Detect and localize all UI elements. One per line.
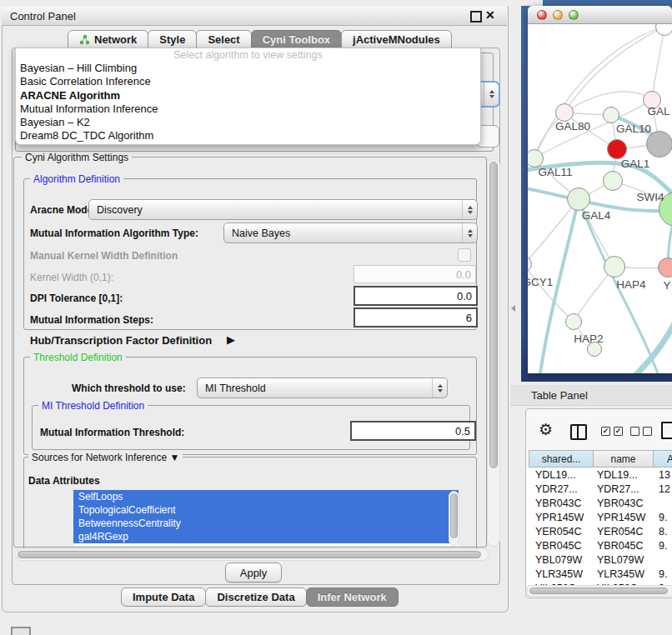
settings-vertical-scrollbar[interactable]	[487, 158, 500, 547]
combo-stepper-icon	[462, 200, 477, 219]
attribute-list-item[interactable]: TopologicalCoefficient	[73, 503, 459, 517]
algorithm-option[interactable]: Dream8 DC_TDC Algorithm	[16, 129, 480, 142]
apply-button[interactable]: Apply	[225, 562, 282, 582]
attributes-scrollbar[interactable]	[449, 491, 459, 546]
column-header-partial[interactable]: A	[653, 450, 672, 468]
table-row[interactable]: YPR145WYPR145W9.	[526, 511, 672, 525]
close-icon[interactable]: ✕	[485, 8, 495, 22]
algorithm-option[interactable]: Bayesian – K2	[16, 116, 480, 129]
network-window-titlebar[interactable]	[528, 6, 672, 24]
table-panel-header[interactable]: Table Panel	[510, 385, 672, 406]
table-row[interactable]: YLR345WYLR345W9.	[526, 568, 672, 582]
network-node[interactable]	[607, 139, 627, 159]
network-node-label: GAL11	[538, 166, 572, 178]
column-header-shared[interactable]: shared...	[529, 450, 594, 468]
sources-title[interactable]: Sources for Network Inference ▼	[28, 452, 183, 463]
deselect-all-checks-icon[interactable]	[630, 427, 652, 436]
tab-impute-data-label: Impute Data	[133, 591, 194, 603]
tab-impute-data[interactable]: Impute Data	[121, 588, 206, 607]
table-panel-title: Table Panel	[531, 389, 588, 402]
algorithm-option[interactable]: Basic Correlation Inference	[16, 75, 480, 88]
data-attributes-list[interactable]: SelfLoopsTopologicalCoefficientBetweenne…	[73, 490, 459, 546]
column-header-name[interactable]: name	[593, 450, 654, 468]
tab-network-label: Network	[94, 33, 137, 46]
which-threshold-value: MI Threshold	[205, 382, 266, 394]
table-cell: YPR145W	[535, 512, 584, 523]
expand-arrow-icon[interactable]: ▶	[227, 333, 235, 346]
table-cell: YER054C	[535, 526, 582, 538]
zoom-traffic-light-icon[interactable]	[569, 10, 579, 20]
select-all-checks-icon[interactable]: ✓ ✓	[601, 427, 623, 436]
mi-steps-field[interactable]: 6	[354, 308, 478, 328]
table-row[interactable]: YDL19...YDL19...13	[526, 468, 672, 482]
network-canvas[interactable]: GALGAL80GAL10GAL1GAL11SWI4GAL4GCY1HAP4YH…	[528, 24, 672, 373]
combo-stepper-icon	[462, 223, 477, 242]
unchecked-box-icon	[643, 427, 652, 436]
minimize-traffic-light-icon[interactable]	[553, 10, 563, 20]
algorithm-option[interactable]: ARACNE Algorithm	[16, 89, 480, 102]
manual-kernel-checkbox[interactable]	[458, 248, 471, 262]
tab-jactivemnodules-label: jActiveMNodules	[353, 33, 440, 46]
control-panel-title: Control Panel	[10, 10, 76, 22]
tab-infer-network[interactable]: Infer Network	[306, 588, 399, 607]
network-node[interactable]	[603, 171, 623, 191]
algorithm-dropdown: Select algorithm to view settings Bayesi…	[15, 48, 481, 145]
table-row[interactable]: YBR043CYBR043C	[526, 497, 672, 511]
network-node[interactable]	[567, 188, 590, 211]
columns-icon[interactable]	[570, 424, 587, 440]
mi-type-label: Mutual Information Algorithm Type:	[30, 228, 198, 239]
algorithm-option[interactable]: Mutual Information Inference	[16, 102, 480, 116]
table-cell: YDL19...	[535, 469, 576, 481]
table-row[interactable]: YER054CYER054C8.	[526, 525, 672, 539]
new-table-icon[interactable]	[661, 422, 672, 439]
table-cell: 8.	[659, 526, 667, 538]
algorithm-option[interactable]: Bayesian – Hill Climbing	[16, 62, 480, 75]
tab-style[interactable]: Style	[148, 30, 197, 49]
network-node[interactable]	[565, 313, 582, 330]
splitter-collapse-icon[interactable]	[511, 305, 515, 312]
close-traffic-light-icon[interactable]	[537, 10, 547, 20]
aracne-mode-combobox[interactable]: Discovery	[88, 199, 478, 220]
table-cell: 13	[659, 469, 670, 481]
threshold-definition-title: Threshold Definition	[30, 352, 126, 363]
dpi-tolerance-field[interactable]: 0.0	[354, 286, 478, 306]
mi-type-combobox[interactable]: Naive Bayes	[223, 222, 478, 243]
algorithm-dropdown-list: Bayesian – Hill ClimbingBasic Correlatio…	[16, 62, 480, 143]
mi-threshold-field[interactable]: 0.5	[350, 421, 476, 441]
tab-cyni-toolbox[interactable]: Cyni Toolbox	[251, 30, 342, 49]
table-row[interactable]: YDR27...YDR27...12	[526, 482, 672, 497]
docked-panel-icon[interactable]	[11, 627, 31, 635]
kernel-width-field[interactable]: 0.0	[354, 265, 476, 283]
table-row[interactable]: YBR045CYBR045C9.	[526, 539, 672, 553]
network-node-label: Y	[663, 279, 670, 292]
tab-network[interactable]: Network	[68, 30, 148, 49]
table-row[interactable]: YBL079WYBL079W	[526, 553, 672, 568]
gear-icon[interactable]: ⚙	[539, 422, 553, 438]
mi-steps-value: 6	[466, 312, 472, 324]
table-horizontal-scrollbar[interactable]	[527, 585, 672, 597]
attribute-list-item[interactable]: gal4RGexp	[73, 530, 459, 543]
table-cell: YER054C	[597, 526, 644, 538]
unchecked-box-icon	[630, 427, 639, 436]
network-node[interactable]	[603, 107, 619, 123]
network-node[interactable]	[658, 258, 672, 278]
control-panel-titlebar[interactable]	[2, 7, 507, 26]
attribute-list-item[interactable]: BetweennessCentrality	[73, 517, 459, 530]
attribute-list-item[interactable]: SelfLoops	[73, 490, 459, 503]
settings-horizontal-scrollbar[interactable]	[15, 548, 489, 561]
which-threshold-combobox[interactable]: MI Threshold	[197, 378, 448, 398]
hub-definition-label[interactable]: Hub/Transcription Factor Definition	[30, 334, 212, 347]
tab-select[interactable]: Select	[196, 30, 251, 49]
network-node-label: GAL1	[621, 158, 650, 170]
tab-jactivemnodules[interactable]: jActiveMNodules	[341, 30, 452, 49]
network-node[interactable]	[555, 103, 574, 122]
application-window: Control Panel ✕ Network Style Select Cyn…	[0, 0, 672, 635]
tab-discretize-data[interactable]: Discretize Data	[205, 588, 306, 607]
network-node[interactable]	[604, 256, 625, 278]
kernel-width-label: Kernel Width (0,1):	[30, 272, 113, 283]
mi-threshold-value: 0.5	[455, 425, 470, 438]
float-window-icon[interactable]	[470, 11, 482, 22]
dpi-tolerance-value: 0.0	[457, 290, 472, 302]
mi-threshold-group-title: MI Threshold Definition	[38, 400, 148, 412]
node-table[interactable]: YDL19...YDL19...13YDR27...YDR27...12YBR0…	[526, 468, 672, 587]
